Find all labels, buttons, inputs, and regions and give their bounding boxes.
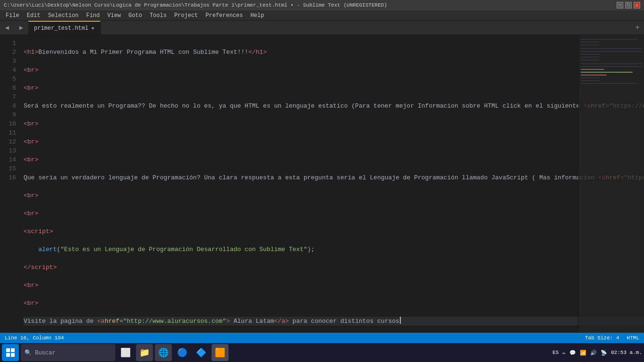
svg-rect-20 <box>11 353 15 357</box>
vscode-button[interactable]: 🔷 <box>193 344 210 361</box>
tab-filename: primer_test.html <box>34 25 88 32</box>
status-left: Line 16, Column 104 <box>5 335 64 341</box>
svg-rect-4 <box>581 48 642 49</box>
code-line-12: alert("Esto es un Lenguaje de Programaci… <box>24 245 644 254</box>
svg-rect-5 <box>581 51 642 52</box>
svg-rect-3 <box>581 44 600 45</box>
code-line-9: <br> <box>24 191 644 200</box>
minimap <box>578 35 644 333</box>
code-line-15: <br> <box>24 299 644 308</box>
chrome-button[interactable]: 🔵 <box>174 344 191 361</box>
code-line-13: </script> <box>24 263 644 272</box>
svg-rect-13 <box>581 75 607 76</box>
sublime-text-button[interactable]: 🟧 <box>212 344 229 361</box>
svg-rect-19 <box>6 353 10 357</box>
code-line-16: Visite la pagina de <a href="http://www.… <box>24 317 644 326</box>
menu-selection[interactable]: Selection <box>44 11 83 20</box>
svg-rect-15 <box>581 80 600 81</box>
taskbar: 🔍 Buscar ⬜ 📁 🌐 🔵 🔷 🟧 ES ✏ 💬 📶 🔊 📡 02:53 … <box>0 343 644 362</box>
menu-find[interactable]: Find <box>82 11 103 20</box>
code-line-4: Será esto realmente un Programa?? De hec… <box>24 101 644 110</box>
system-tray: ES ✏ 💬 📶 🔊 📡 02:53 a.m. <box>552 350 642 356</box>
minimap-preview <box>578 35 644 224</box>
code-line-10: <br> <box>24 209 644 218</box>
menu-preferences[interactable]: Preferences <box>202 11 246 20</box>
svg-rect-1 <box>581 39 637 40</box>
svg-rect-14 <box>581 77 600 78</box>
volume-icon: 🔊 <box>590 350 597 356</box>
code-line-1: <h1>Bienvenidos a Mi Primer Programa HTM… <box>24 48 644 57</box>
start-button[interactable] <box>2 344 19 361</box>
minimize-button[interactable]: ─ <box>617 2 623 8</box>
network-icon: 📡 <box>601 350 607 356</box>
status-bar: Line 16, Column 104 Tab Size: 4 HTML <box>0 333 644 343</box>
svg-rect-7 <box>581 57 600 58</box>
editor: 1 2 3 4 5 6 7 8 9 10 11 12 13 14 15 16 <… <box>0 35 644 333</box>
menu-goto[interactable]: Goto <box>125 11 146 20</box>
windows-icon <box>6 348 15 357</box>
svg-rect-17 <box>6 348 10 352</box>
tab-close-button[interactable]: ● <box>91 25 94 31</box>
taskview-button[interactable]: ⬜ <box>117 344 134 361</box>
code-line-3: <br> <box>24 84 644 93</box>
menu-bar: File Edit Selection Find View Goto Tools… <box>0 10 644 21</box>
language-indicator[interactable]: ES <box>552 350 559 355</box>
tab-nav-right[interactable]: ▶ <box>14 21 28 34</box>
tab-nav-left[interactable]: ◀ <box>0 21 14 34</box>
window-controls: ─ □ ✕ <box>617 2 640 8</box>
svg-rect-12 <box>581 72 633 73</box>
close-button[interactable]: ✕ <box>634 2 640 8</box>
taskbar-left: 🔍 Buscar ⬜ 📁 🌐 🔵 🔷 🟧 <box>2 344 229 361</box>
tab-primer-test[interactable]: primer_test.html ● <box>28 21 101 34</box>
status-tabsize[interactable]: Tab Size: 4 <box>585 335 619 341</box>
title-bar: C:\Users\Luci\Desktop\Nelson Curso\Logic… <box>0 0 644 10</box>
menu-project[interactable]: Project <box>170 11 202 20</box>
line-numbers: 1 2 3 4 5 6 7 8 9 10 11 12 13 14 15 16 <box>0 35 20 333</box>
new-tab-button[interactable]: + <box>631 21 644 34</box>
discord-icon: 💬 <box>569 350 576 356</box>
svg-rect-18 <box>11 348 15 352</box>
status-position[interactable]: Line 16, Column 104 <box>5 335 64 341</box>
taskbar-right: ES ✏ 💬 📶 🔊 📡 02:53 a.m. <box>552 350 642 356</box>
menu-view[interactable]: View <box>103 11 125 20</box>
browser-edge-button[interactable]: 🌐 <box>155 344 172 361</box>
menu-tools[interactable]: Tools <box>146 11 170 20</box>
tray-icon-1: 📶 <box>580 350 586 356</box>
code-line-5: <br> <box>24 119 644 128</box>
code-line-8: Que seria un verdadero lenguaje de Progr… <box>24 173 644 182</box>
code-line-2: <br> <box>24 66 644 75</box>
code-line-6: <br> <box>24 137 644 146</box>
code-area[interactable]: <h1>Bienvenidos a Mi Primer Programa HTM… <box>20 35 644 333</box>
menu-help[interactable]: Help <box>247 11 268 20</box>
clock[interactable]: 02:53 a.m. <box>611 350 642 355</box>
maximize-button[interactable]: □ <box>625 2 632 8</box>
tab-bar: ◀ ▶ primer_test.html ● + <box>0 21 644 35</box>
menu-edit[interactable]: Edit <box>23 11 44 20</box>
svg-rect-16 <box>581 83 637 84</box>
search-taskbar-button[interactable]: 🔍 Buscar <box>21 344 115 361</box>
svg-rect-11 <box>581 69 604 70</box>
svg-rect-8 <box>581 59 600 60</box>
menu-file[interactable]: File <box>2 11 23 20</box>
status-language[interactable]: HTML <box>627 335 639 341</box>
code-line-14: <br> <box>24 281 644 290</box>
code-line-11: <script> <box>24 227 644 236</box>
svg-rect-6 <box>581 54 600 55</box>
svg-rect-2 <box>581 42 600 42</box>
title-text: C:\Users\Luci\Desktop\Nelson Curso\Logic… <box>4 2 387 8</box>
svg-rect-10 <box>581 66 642 67</box>
pen-icon: ✏ <box>562 350 566 356</box>
svg-rect-9 <box>581 63 642 64</box>
file-explorer-button[interactable]: 📁 <box>136 344 153 361</box>
code-line-7: <br> <box>24 155 644 164</box>
status-right: Tab Size: 4 HTML <box>585 335 639 341</box>
